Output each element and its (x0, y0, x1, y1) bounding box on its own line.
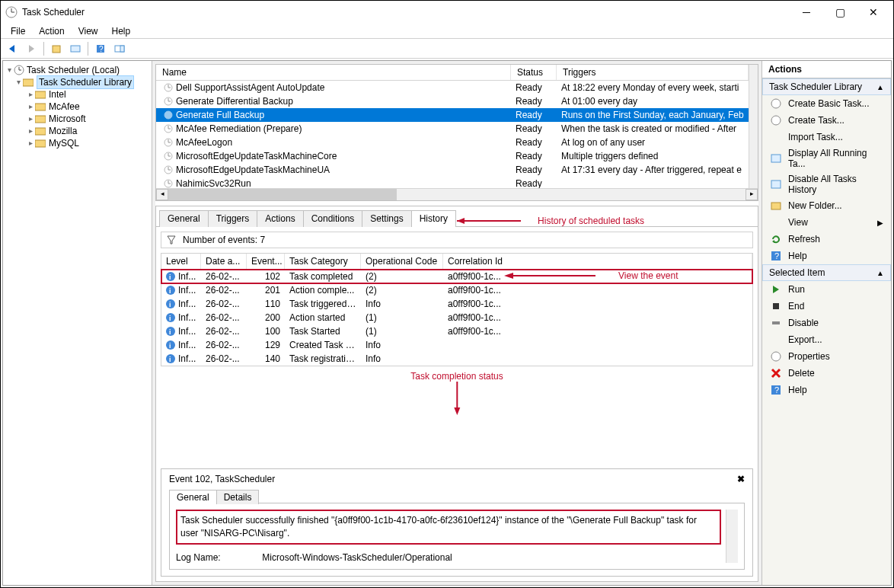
action-item[interactable]: ?Help (762, 382, 891, 398)
action-item[interactable]: Delete (762, 365, 891, 382)
horizontal-scrollbar[interactable]: ◂ ▸ (156, 188, 758, 200)
svg-rect-74 (773, 303, 779, 309)
svg-text:i: i (169, 301, 171, 308)
svg-rect-6 (71, 46, 80, 52)
task-row[interactable]: McAfeeLogonReadyAt log on of any user (156, 136, 749, 149)
event-detail-title: Event 102, TaskScheduler (169, 474, 275, 484)
col-opcode[interactable]: Operational Code (361, 254, 443, 269)
tab-settings[interactable]: Settings (362, 210, 411, 227)
action-item[interactable]: Disable All Tasks History (762, 171, 891, 197)
event-row[interactable]: iInf...26-02-...129Created Task P...Info (161, 338, 752, 352)
logname-label: Log Name: (176, 552, 260, 563)
expand-icon[interactable]: ▸ (26, 137, 35, 149)
panel-button[interactable] (111, 40, 128, 57)
action-item[interactable]: Display All Running Ta... (762, 145, 891, 171)
filter-icon[interactable] (166, 235, 177, 245)
action-item[interactable]: Properties (762, 348, 891, 365)
expand-icon[interactable]: ▸ (26, 113, 35, 125)
event-row[interactable]: iInf...26-02-...200Action started(1)a0ff… (161, 311, 752, 324)
event-row[interactable]: iInf...26-02-...110Task triggered ...Inf… (161, 297, 752, 311)
col-eventid[interactable]: Event... (247, 254, 285, 269)
col-status[interactable]: Status (511, 65, 557, 80)
expand-icon[interactable]: ▸ (26, 125, 35, 137)
vertical-scrollbar[interactable] (726, 510, 738, 563)
col-level[interactable]: Level (161, 254, 201, 269)
minimize-button[interactable]: ─ (790, 1, 823, 24)
properties-button[interactable] (48, 40, 65, 57)
action-label: Help (788, 385, 886, 395)
action-item[interactable]: Refresh (762, 231, 891, 248)
tab-triggers[interactable]: Triggers (208, 210, 258, 227)
menu-help[interactable]: Help (105, 26, 138, 37)
action-label: End (788, 301, 886, 312)
action-item[interactable]: Run (762, 281, 891, 298)
col-triggers[interactable]: Triggers (557, 65, 749, 80)
action-item[interactable]: ?Help (762, 248, 891, 264)
tree-folder-label: MySQL (49, 137, 79, 149)
menu-action[interactable]: Action (32, 26, 71, 37)
action-item[interactable]: Disable (762, 315, 891, 331)
task-trigger: At 01:00 every day (557, 96, 749, 107)
close-button[interactable]: ✕ (857, 1, 890, 24)
tree-folder[interactable]: ▸Mozilla (5, 125, 150, 137)
task-row[interactable]: Generate Differential BackupReadyAt 01:0… (156, 94, 749, 108)
action-item[interactable]: Export... (762, 331, 891, 348)
col-taskcat[interactable]: Task Category (285, 254, 361, 269)
expand-icon[interactable]: ▸ (26, 101, 35, 113)
expand-icon[interactable]: ▾ (5, 64, 14, 76)
event-tab-details[interactable]: Details (216, 490, 260, 504)
tree-folder[interactable]: ▸Microsoft (5, 113, 150, 125)
event-tab-general[interactable]: General (169, 490, 217, 504)
expand-icon[interactable]: ▾ (14, 76, 23, 88)
help-button[interactable]: ? (92, 40, 109, 57)
tab-conditions[interactable]: Conditions (303, 210, 363, 227)
task-row[interactable]: McAfee Remediation (Prepare)ReadyWhen th… (156, 122, 749, 136)
col-correlation[interactable]: Correlation Id (443, 254, 752, 269)
task-row[interactable]: MicrosoftEdgeUpdateTaskMachineUAReadyAt … (156, 163, 749, 177)
action-icon (770, 334, 782, 346)
tree-folder[interactable]: ▸Intel (5, 88, 150, 101)
forward-button[interactable] (23, 40, 40, 57)
task-row[interactable]: Dell SupportAssistAgent AutoUpdateReadyA… (156, 81, 749, 94)
tab-actions[interactable]: Actions (257, 210, 303, 227)
action-item[interactable]: New Folder... (762, 197, 891, 214)
actions-selected-header[interactable]: Selected Item ▲ (762, 264, 891, 281)
svg-text:?: ? (774, 251, 779, 260)
actions-library-header[interactable]: Task Scheduler Library ▲ (762, 78, 891, 95)
maximize-button[interactable]: ▢ (823, 1, 857, 24)
task-row[interactable]: NahimicSvc32RunReady (156, 177, 749, 188)
vertical-scrollbar[interactable] (749, 65, 758, 188)
task-grid-header: Name Status Triggers (156, 65, 749, 81)
view-button[interactable] (67, 40, 84, 57)
event-row[interactable]: iInf...26-02-...201Action comple...(2)a0… (161, 283, 752, 297)
event-row[interactable]: iInf...26-02-...100Task Started(1)a0ff9f… (161, 324, 752, 338)
back-button[interactable] (4, 40, 21, 57)
tree-folder-label: Microsoft (49, 113, 86, 125)
event-detail-close-icon[interactable]: ✖ (737, 474, 745, 484)
action-item[interactable]: Create Basic Task... (762, 95, 891, 112)
col-name[interactable]: Name (156, 65, 511, 80)
action-item[interactable]: Import Task... (762, 129, 891, 145)
action-item[interactable]: View▶ (762, 214, 891, 231)
task-row[interactable]: Generate Full BackupReadyRuns on the Fir… (156, 108, 749, 122)
action-item[interactable]: Create Task... (762, 112, 891, 129)
task-status: Ready (511, 96, 557, 107)
tree-library[interactable]: ▾ Task Scheduler Library (5, 76, 150, 88)
svg-text:i: i (169, 273, 171, 281)
event-row[interactable]: iInf...26-02-...140Task registratio...In… (161, 352, 752, 366)
tab-history[interactable]: History (411, 210, 456, 227)
tree-folder[interactable]: ▸MySQL (5, 137, 150, 149)
action-item[interactable]: End (762, 298, 891, 315)
tree-folder[interactable]: ▸McAfee (5, 101, 150, 113)
tree-root[interactable]: ▾ Task Scheduler (Local) (5, 64, 150, 76)
expand-icon[interactable]: ▸ (26, 88, 35, 101)
main-area: ▾ Task Scheduler (Local) ▾ Task Schedule… (2, 60, 892, 586)
tab-general[interactable]: General (159, 210, 209, 227)
svg-text:?: ? (774, 385, 779, 395)
menu-view[interactable]: View (72, 26, 105, 37)
col-date[interactable]: Date a... (201, 254, 247, 269)
history-tab-body: Number of events: 7 Level Date a... Even… (156, 226, 758, 581)
task-row[interactable]: MicrosoftEdgeUpdateTaskMachineCoreReadyM… (156, 149, 749, 163)
task-list: Name Status Triggers Dell SupportAssistA… (155, 64, 758, 201)
menu-file[interactable]: File (4, 26, 32, 37)
